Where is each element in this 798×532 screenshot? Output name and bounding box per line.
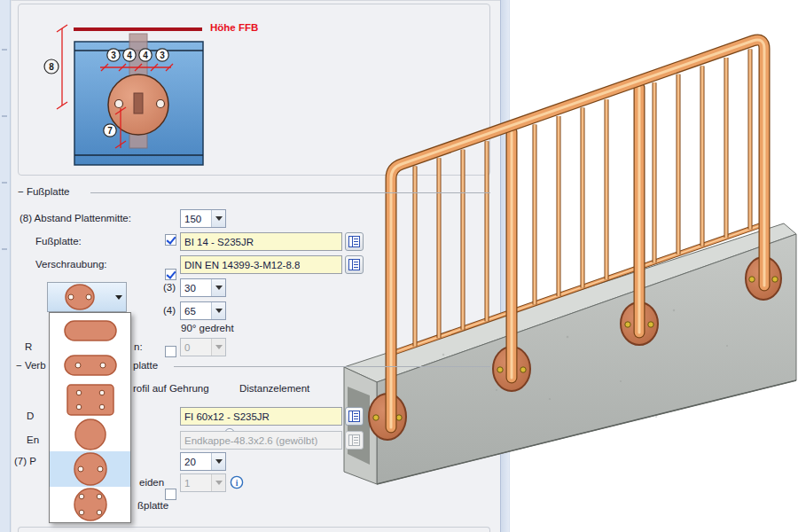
section-connection-title-left: Verb bbox=[25, 360, 46, 371]
footplate-checkbox[interactable] bbox=[165, 234, 176, 246]
footplate-catalog-button[interactable] bbox=[345, 232, 364, 251]
bolt-hole bbox=[115, 100, 123, 108]
endcap-field: Endkappe-48.3x2.6 (gewölbt) bbox=[180, 431, 342, 450]
svg-text:i: i bbox=[236, 479, 239, 488]
spacer-profile-value: FI 60x12 - S235JR bbox=[181, 411, 270, 422]
chevron-down-icon[interactable] bbox=[211, 279, 225, 296]
plate-shape-combobox[interactable] bbox=[47, 282, 127, 312]
plate-shape-option-rounded-bar[interactable] bbox=[50, 313, 130, 348]
dim4-value: 65 bbox=[181, 306, 211, 317]
plate-thickness-value: 20 bbox=[181, 457, 211, 467]
info-icon[interactable]: i bbox=[230, 475, 244, 489]
footplate-dimension-diagram: Höhe FFB 3 4 4 3 8 bbox=[18, 4, 490, 176]
chevron-down-icon[interactable] bbox=[211, 302, 225, 319]
plate-shape-option-rounded-bar-2-holes[interactable] bbox=[50, 348, 130, 382]
cut-count-dropdown: 1 bbox=[180, 473, 226, 492]
chevron-down-icon bbox=[211, 474, 225, 491]
table-select-icon bbox=[348, 236, 360, 247]
plate-shape-popup bbox=[49, 312, 131, 523]
chevron-down-icon[interactable] bbox=[211, 453, 225, 470]
bolting-value: DIN EN 14399-3-M12-8.8 bbox=[181, 260, 300, 270]
edge-distance-dropdown: 0 bbox=[180, 338, 226, 356]
table-select-icon bbox=[348, 411, 360, 422]
svg-text:4: 4 bbox=[143, 51, 148, 60]
svg-text:8: 8 bbox=[49, 62, 54, 72]
spacer-profile-field[interactable]: FI 60x12 - S235JR bbox=[180, 407, 342, 426]
section-divider bbox=[90, 192, 490, 193]
svg-text:4: 4 bbox=[127, 51, 132, 60]
application-window: Höhe FFB 3 4 4 3 8 bbox=[0, 0, 798, 532]
endcap-value: Endkappe-48.3x2.6 (gewölbt) bbox=[181, 435, 317, 446]
spacer-profile-label-fragment: D bbox=[27, 411, 34, 421]
grip-mark bbox=[2, 248, 7, 250]
rotated-90-checkbox[interactable] bbox=[165, 346, 176, 357]
section-footplate-header[interactable]: − Fußplatte bbox=[18, 186, 70, 197]
ffb-label: Höhe FFB bbox=[210, 22, 258, 33]
miter-radio-label-fragment: rofil auf Gehrung bbox=[133, 383, 209, 394]
bolting-checkbox[interactable] bbox=[165, 269, 176, 280]
footplate-field[interactable]: BI 14 - S235JR bbox=[180, 232, 342, 251]
section-divider bbox=[174, 366, 490, 367]
grip-mark bbox=[2, 182, 7, 184]
spacer-profile-catalog-button[interactable] bbox=[345, 407, 364, 426]
collapse-icon[interactable]: − bbox=[18, 186, 24, 197]
plate-thickness-dropdown[interactable]: 20 bbox=[180, 452, 226, 471]
svg-text:3: 3 bbox=[111, 51, 116, 60]
svg-text:7: 7 bbox=[107, 126, 113, 136]
left-dock-strip[interactable] bbox=[0, 0, 11, 532]
chevron-down-icon[interactable] bbox=[112, 283, 126, 311]
railing-posts bbox=[512, 88, 639, 378]
endcap-catalog-button bbox=[345, 431, 364, 450]
plate-center-distance-label: (8) Abstand Plattenmitte: bbox=[20, 213, 131, 223]
plate-center-distance-value: 150 bbox=[181, 214, 211, 224]
plate-shape-option-rectangle-4-holes[interactable] bbox=[50, 382, 130, 417]
plate-shape-option-circle-2-holes[interactable] bbox=[50, 451, 130, 487]
dim3-label: (3) bbox=[163, 282, 176, 293]
dim4-dropdown[interactable]: 65 bbox=[180, 301, 226, 320]
table-select-icon bbox=[348, 434, 360, 446]
bolt-hole bbox=[157, 100, 165, 108]
edge-distance-value: 0 bbox=[181, 342, 211, 353]
plate-center-distance-dropdown[interactable]: 150 bbox=[180, 209, 226, 228]
section-connection-header[interactable]: − Verb bbox=[16, 360, 46, 371]
bottom-groupbox bbox=[18, 527, 490, 532]
dim4-label: (4) bbox=[163, 305, 176, 316]
endcap-checkbox[interactable] bbox=[165, 489, 176, 500]
edge-distance-label-fragment-left: R bbox=[25, 341, 32, 352]
edge-distance-label-fragment-right: n: bbox=[134, 341, 143, 352]
selected-plate-shape-circle-2-holes bbox=[48, 283, 112, 311]
footplate-value: BI 14 - S235JR bbox=[181, 237, 254, 247]
ffb-level-line bbox=[74, 27, 202, 31]
bolting-label: Verschraubung: bbox=[35, 259, 107, 270]
bolting-field[interactable]: DIN EN 14399-3-M12-8.8 bbox=[180, 255, 342, 274]
table-select-icon bbox=[348, 259, 360, 270]
plate-shape-option-circle-4-holes[interactable] bbox=[50, 487, 130, 522]
grip-mark bbox=[2, 49, 7, 51]
dim3-value: 30 bbox=[181, 283, 211, 293]
bottom-plate-label-fragment: ßplatte bbox=[137, 500, 168, 511]
section-connection-title-right: platte bbox=[133, 360, 158, 371]
grip-mark bbox=[2, 115, 7, 117]
svg-text:3: 3 bbox=[160, 51, 165, 60]
collapse-icon[interactable]: − bbox=[16, 360, 22, 371]
dialog-right-border bbox=[500, 0, 510, 532]
spacer-radio-label: Distanzelement bbox=[239, 383, 309, 394]
dim3-dropdown[interactable]: 30 bbox=[180, 278, 226, 297]
footplate-label: Fußplatte: bbox=[35, 236, 82, 246]
plate-slot bbox=[134, 93, 143, 113]
cut-option-label-fragment: eiden bbox=[139, 477, 164, 488]
endcap-label-fragment: En bbox=[27, 434, 39, 445]
section-footplate-title: Fußplatte bbox=[27, 186, 70, 197]
plate-shape-option-circle[interactable] bbox=[50, 417, 130, 451]
chevron-down-icon[interactable] bbox=[211, 210, 225, 227]
plate-thickness-label-fragment: (7) P bbox=[14, 456, 36, 466]
bolting-catalog-button[interactable] bbox=[345, 255, 364, 274]
cut-count-value: 1 bbox=[181, 478, 211, 489]
rotated-90-label: 90° gedreht bbox=[181, 323, 234, 333]
chevron-down-icon bbox=[211, 339, 225, 356]
